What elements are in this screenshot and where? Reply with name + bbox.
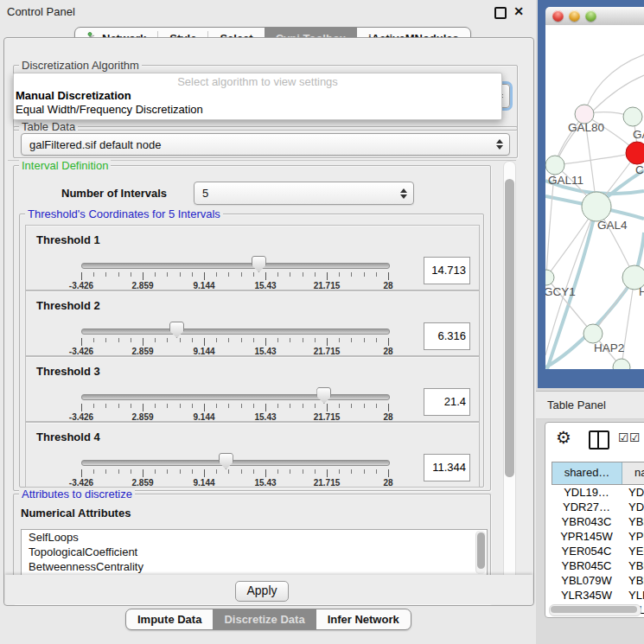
slider-track[interactable] <box>81 460 390 466</box>
tick-mark <box>228 404 229 408</box>
cell-name[interactable]: YDL1 <box>622 485 644 500</box>
cell-shared-name[interactable]: YDL19… <box>552 485 622 500</box>
apply-button[interactable]: Apply <box>235 581 289 602</box>
threshold-value-box[interactable]: 6.316 <box>424 322 470 350</box>
tick-mark <box>315 404 316 408</box>
tick-mark <box>327 404 328 411</box>
tick-label: 15.43 <box>254 347 276 356</box>
table-row[interactable]: YPR145WYPR1 <box>552 529 644 544</box>
network-node-hap2[interactable] <box>583 324 603 343</box>
tick-mark <box>81 272 82 280</box>
cell-name[interactable]: YLR3 <box>622 588 644 603</box>
network-node-c[interactable] <box>626 142 644 164</box>
gear-icon[interactable]: ⚙ <box>556 427 571 448</box>
table-data-combobox[interactable]: galFiltered.sif default node <box>21 133 510 156</box>
main-scrollbar-thumb[interactable] <box>505 179 514 477</box>
slider-track[interactable] <box>81 328 390 335</box>
network-node-gal4[interactable] <box>582 192 611 221</box>
network-window-titlebar[interactable] <box>545 7 644 26</box>
threshold-value-box[interactable]: 14.713 <box>424 257 470 284</box>
table-row[interactable]: YDR27…YDR2 <box>552 500 644 514</box>
attribute-list-item[interactable]: SelfLoops <box>22 530 487 545</box>
main-vertical-scrollbar[interactable] <box>503 161 516 603</box>
minimize-traffic-light[interactable] <box>569 10 580 22</box>
split-columns-icon[interactable] <box>589 430 609 450</box>
tick-mark <box>118 338 119 342</box>
cell-shared-name[interactable]: YER054C <box>552 544 622 558</box>
tick-mark <box>388 272 389 280</box>
cell-shared-name[interactable]: YBR045C <box>552 558 622 573</box>
tick-mark <box>241 404 242 408</box>
cell-name[interactable]: YBR0 <box>622 514 644 529</box>
table-row[interactable]: YBR043CYBR0 <box>552 514 644 529</box>
table-row[interactable]: YER054CYER0 <box>552 544 644 558</box>
tick-mark <box>93 338 94 342</box>
table-row[interactable]: YBR045CYBR0 <box>552 558 644 573</box>
tick-mark <box>327 469 328 477</box>
threshold-slider[interactable]: -3.4262.8599.14415.4321.71528 <box>81 226 388 290</box>
table-row[interactable]: YBL079WYBL0 <box>552 573 644 588</box>
table-row[interactable]: YLR345WYLR3 <box>552 588 644 603</box>
combo-arrows-icon <box>400 188 407 199</box>
network-node-gal11[interactable] <box>545 156 564 175</box>
slider-handle[interactable] <box>219 453 233 469</box>
table-data-title: Table Data <box>19 120 78 133</box>
threshold-slider[interactable]: -3.4262.8599.14415.4321.71528 <box>81 357 388 421</box>
cell-name[interactable]: YBR0 <box>622 558 644 573</box>
cell-name[interactable]: YDR2 <box>622 500 644 514</box>
close-icon[interactable]: ✕ <box>513 4 524 18</box>
popup-option-manual-discretization[interactable]: Manual Discretization <box>14 89 501 103</box>
cell-shared-name[interactable]: YDR27… <box>552 500 622 514</box>
attribute-list-item[interactable]: TopologicalCoefficient <box>22 545 487 559</box>
cell-name[interactable]: YPR1 <box>622 529 644 544</box>
network-node-gcy1[interactable] <box>545 270 554 285</box>
network-node-ga[interactable] <box>623 107 642 126</box>
slider-handle[interactable] <box>252 256 266 272</box>
tick-mark <box>327 338 328 346</box>
checkbox-icon[interactable]: ☑ <box>629 430 641 444</box>
slider-track[interactable] <box>81 263 390 269</box>
cell-shared-name[interactable]: YBL079W <box>552 573 622 588</box>
cell-name[interactable]: YER0 <box>622 544 644 558</box>
tick-label: 21.715 <box>314 478 341 488</box>
column-header-shared-name[interactable]: shared… <box>552 462 622 484</box>
slider-ticks <box>81 338 388 347</box>
float-window-icon[interactable] <box>494 7 507 19</box>
number-of-intervals-combobox[interactable]: 5 <box>194 182 414 205</box>
threshold-value-box[interactable]: 21.4 <box>424 388 470 416</box>
checkbox-icon[interactable]: ☑ <box>618 430 629 444</box>
cell-shared-name[interactable]: YBR043C <box>552 514 622 529</box>
cell-shared-name[interactable]: YLR345W <box>552 588 622 603</box>
list-scrollbar[interactable] <box>475 531 486 574</box>
numerical-attributes-list[interactable]: SelfLoopsTopologicalCoefficientBetweenne… <box>21 529 488 576</box>
list-scrollbar-thumb[interactable] <box>477 532 485 569</box>
slider-track[interactable] <box>81 394 390 400</box>
tick-mark <box>143 469 143 477</box>
cell-name[interactable]: YBL0 <box>622 573 644 588</box>
cell-shared-name[interactable]: YPR145W <box>552 529 622 544</box>
threshold-slider[interactable]: -3.4262.8599.14415.4321.71528 <box>81 291 388 355</box>
popup-option-equal-width[interactable]: Equal Width/Frequency Discretization <box>14 103 501 117</box>
tick-mark <box>253 338 254 342</box>
tab-impute-data[interactable]: Impute Data <box>126 609 213 629</box>
network-canvas[interactable]: GAL80GACGAL11GAL4GCY1HHAP2 <box>545 25 644 369</box>
slider-handle[interactable] <box>169 322 184 338</box>
tick-mark <box>290 469 290 474</box>
table-horizontal-scrollbar[interactable] <box>549 604 641 616</box>
slider-handle[interactable] <box>316 387 331 404</box>
tick-mark <box>241 338 242 342</box>
tick-mark <box>204 338 205 346</box>
tick-mark <box>192 338 193 342</box>
node-label: H <box>639 285 644 298</box>
attribute-list-item[interactable]: BetweennessCentrality <box>22 559 487 574</box>
column-header-name[interactable]: na <box>622 462 644 484</box>
combo-arrows-icon <box>496 139 503 150</box>
table-row[interactable]: YDL19…YDL1 <box>552 485 644 500</box>
threshold-slider[interactable]: -3.4262.8599.14415.4321.71528 <box>81 423 388 487</box>
table-scrollbar-thumb[interactable] <box>551 606 637 613</box>
tab-discretize-data[interactable]: Discretize Data <box>213 609 316 629</box>
close-traffic-light[interactable] <box>552 10 564 22</box>
zoom-traffic-light[interactable] <box>585 10 596 22</box>
threshold-value-box[interactable]: 11.344 <box>424 454 470 481</box>
tab-infer-network[interactable]: Infer Network <box>316 609 411 629</box>
